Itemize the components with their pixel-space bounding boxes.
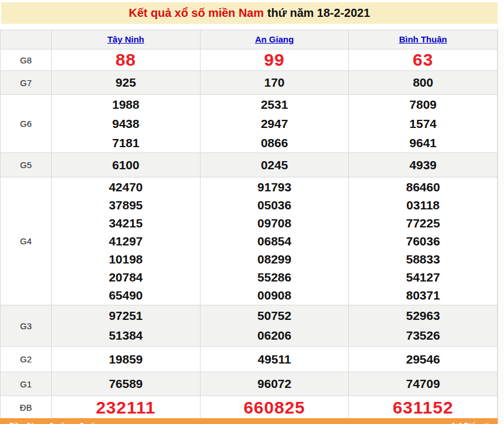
result-number: 631152 (349, 397, 497, 418)
result-number: 660825 (201, 397, 349, 418)
result-cell: 170 (200, 71, 349, 95)
result-number: 73526 (349, 326, 497, 345)
footer-more-link[interactable]: [+] Điểm tin (452, 421, 494, 424)
results-table: Tây Ninh An Giang Bình Thuận G8 88 99 63… (0, 30, 498, 419)
province-header-cell: Bình Thuận (349, 30, 498, 49)
prize-row-g4: G4 42470 37895 34215 41297 10198 20784 6… (1, 177, 498, 305)
result-number: 1988 (52, 95, 200, 114)
result-cell: 97251 51384 (52, 305, 201, 347)
result-number: 86460 (349, 178, 497, 196)
result-cell: 63 (349, 49, 498, 71)
prize-row-g3: G3 97251 51384 50752 06206 52963 73526 (1, 305, 498, 347)
province-link-an-giang[interactable]: An Giang (255, 34, 294, 44)
result-number: 03118 (349, 196, 497, 214)
result-number: 7181 (52, 133, 200, 152)
result-cell: 88 (52, 49, 201, 71)
banner-title-date: thứ năm 18-2-2021 (267, 6, 370, 20)
prize-label-g4: G4 (1, 177, 52, 305)
prize-row-g2: G2 19859 49511 29546 (1, 347, 498, 372)
result-number: 4939 (349, 156, 497, 174)
footer-tab-2so[interactable]: 2 số (49, 421, 65, 424)
result-cell: 29546 (349, 347, 498, 372)
prize-row-g6: G6 1988 9438 7181 2531 2947 0866 7809 15… (1, 95, 498, 153)
result-number: 99 (201, 49, 349, 70)
province-link-binh-thuan[interactable]: Bình Thuận (399, 34, 447, 44)
result-number: 7809 (349, 95, 497, 114)
prize-label-g6: G6 (1, 95, 52, 153)
result-cell: 7809 1574 9641 (349, 95, 498, 153)
result-number: 42470 (52, 178, 200, 196)
prize-label-g2: G2 (1, 347, 52, 372)
result-number: 08299 (201, 250, 349, 268)
result-number: 76036 (349, 232, 497, 250)
result-cell: 800 (349, 71, 498, 95)
banner-title-main: Kết quả xổ số miền Nam (128, 6, 263, 20)
result-number: 170 (201, 74, 349, 91)
prize-label-g1: G1 (1, 372, 52, 396)
result-number: 54127 (349, 268, 497, 286)
result-cell: 4939 (349, 153, 498, 177)
result-cell: 91793 05036 09708 06854 08299 55286 0090… (200, 177, 349, 305)
result-number: 34215 (52, 214, 200, 232)
result-cell: 49511 (200, 347, 349, 372)
result-number: 91793 (201, 178, 349, 196)
prize-row-g7: G7 925 170 800 (1, 71, 498, 95)
result-cell: 96072 (200, 372, 349, 396)
result-number: 37895 (52, 196, 200, 214)
result-number: 0866 (201, 133, 349, 152)
result-cell: 52963 73526 (349, 305, 498, 347)
result-number: 0245 (201, 156, 349, 174)
result-number: 77225 (349, 214, 497, 232)
prize-label-g5: G5 (1, 153, 52, 177)
result-number: 49511 (201, 351, 349, 368)
result-number: 09708 (201, 214, 349, 232)
corner-cell (1, 30, 52, 49)
result-number: 52963 (349, 306, 497, 326)
result-number: 58833 (349, 250, 497, 268)
result-number: 925 (52, 74, 200, 91)
result-number: 41297 (52, 232, 200, 250)
lottery-results-widget: Kết quả xổ số miền Nam thứ năm 18-2-2021… (0, 2, 498, 419)
result-number: 80371 (349, 286, 497, 304)
result-cell: 631152 (349, 396, 498, 419)
province-header-cell: Tây Ninh (52, 30, 201, 49)
result-cell: 1988 9438 7181 (52, 95, 201, 153)
result-number: 00908 (201, 286, 349, 304)
result-cell: 50752 06206 (200, 305, 349, 347)
result-number: 97251 (52, 306, 200, 326)
result-cell: 42470 37895 34215 41297 10198 20784 6549… (52, 177, 201, 305)
footer-tab-3so[interactable]: 3 số (80, 421, 95, 424)
result-number: 2531 (201, 95, 349, 114)
result-number: 06854 (201, 232, 349, 250)
result-cell: 76589 (52, 372, 201, 396)
results-title-banner: Kết quả xổ số miền Nam thứ năm 18-2-2021 (1, 2, 498, 24)
result-number: 05036 (201, 196, 349, 214)
footer-tab-full[interactable]: Đầy đủ (9, 421, 34, 424)
result-number: 63 (349, 49, 497, 70)
result-cell: 2531 2947 0866 (200, 95, 349, 153)
result-number: 2947 (201, 114, 349, 133)
result-number: 232111 (52, 397, 200, 418)
province-header-cell: An Giang (200, 30, 349, 49)
result-number: 50752 (201, 306, 349, 326)
result-number: 29546 (349, 351, 497, 368)
result-number: 76589 (52, 375, 200, 393)
province-header-row: Tây Ninh An Giang Bình Thuận (1, 30, 498, 49)
result-cell: 99 (200, 49, 349, 71)
prize-row-g1: G1 76589 96072 74709 (1, 372, 498, 396)
result-cell: 19859 (52, 347, 201, 372)
result-number: 9438 (52, 114, 200, 133)
result-number: 19859 (52, 351, 200, 368)
result-cell: 74709 (349, 372, 498, 396)
result-number: 10198 (52, 250, 200, 268)
result-cell: 925 (52, 71, 201, 95)
prize-label-db: ĐB (1, 396, 52, 419)
result-cell: 6100 (52, 153, 201, 177)
province-link-tay-ninh[interactable]: Tây Ninh (108, 34, 144, 44)
result-number: 51384 (52, 326, 200, 345)
result-number: 06206 (201, 326, 349, 345)
result-cell: 232111 (52, 396, 201, 419)
footer-tab-bar: Đầy đủ 2 số 3 số [+] Điểm tin (0, 418, 504, 424)
prize-row-db: ĐB 232111 660825 631152 (1, 396, 498, 419)
result-number: 6100 (52, 156, 200, 174)
